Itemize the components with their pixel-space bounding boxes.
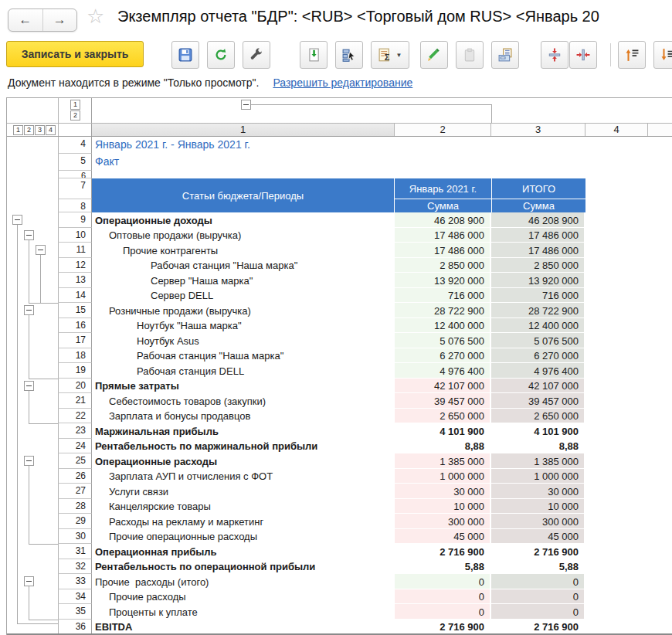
row-number-cell[interactable]: 5 xyxy=(58,154,92,171)
jan-value-cell[interactable]: 0 xyxy=(395,589,491,605)
budget-item-cell[interactable]: Ноутбук Asus xyxy=(92,333,395,348)
budget-item-cell[interactable]: Рабочая станция "Наша марка" xyxy=(92,348,395,364)
budget-item-cell[interactable]: Проценты к уплате xyxy=(92,604,395,620)
budget-item-cell[interactable]: Оптовые продажи (выручка) xyxy=(92,228,395,243)
january-header-cell[interactable]: Январь 2021 г. Сумма xyxy=(395,178,491,212)
budget-item-cell[interactable]: Прочие расходы xyxy=(92,589,395,605)
jan-value-cell[interactable]: 1 385 000 xyxy=(395,453,491,469)
budget-items-header-cell[interactable]: Статьи бюджета/Периоды xyxy=(92,178,395,212)
budget-item-cell[interactable]: Себестоимость товаров (закупки) xyxy=(92,393,395,409)
jan-value-cell[interactable]: 17 486 000 xyxy=(395,243,491,258)
jan-value-cell[interactable]: 6 270 000 xyxy=(395,348,491,364)
collapse-column-group-button[interactable] xyxy=(241,100,251,110)
collapse-columns-button[interactable] xyxy=(569,41,597,69)
row-number-cell[interactable]: 4 xyxy=(58,137,92,154)
row-number-cell[interactable]: 22 xyxy=(58,409,92,424)
total-value-cell[interactable]: 2 716 900 xyxy=(491,544,585,559)
collapse-group-button[interactable] xyxy=(12,215,22,225)
total-value-cell[interactable]: 716 000 xyxy=(491,288,585,304)
total-value-cell[interactable]: 17 486 000 xyxy=(491,243,585,258)
row-number-cell[interactable]: 28 xyxy=(58,499,92,514)
fill-from-source-button[interactable] xyxy=(300,41,328,69)
total-value-cell[interactable]: 17 486 000 xyxy=(491,228,585,243)
row-number-cell[interactable]: 24 xyxy=(58,439,92,454)
budget-item-cell[interactable]: Прочие расходы (итого) xyxy=(92,574,395,589)
total-value-cell[interactable]: 1 385 000 xyxy=(491,453,585,469)
budget-item-cell[interactable]: Рабочая станция DELL xyxy=(92,363,395,379)
row-number-cell[interactable]: 29 xyxy=(58,514,92,529)
report-period-text[interactable]: Январь 2021 г. - Январь 2021 г. xyxy=(95,138,250,151)
row-group-level-1-button[interactable]: 1 xyxy=(13,125,23,135)
jan-value-cell[interactable]: 28 722 900 xyxy=(395,303,491,318)
budget-item-cell[interactable]: Рентабельность по операционной прибыли xyxy=(92,559,395,575)
total-value-cell[interactable]: 8,88 xyxy=(491,439,585,454)
total-value-cell[interactable]: 0 xyxy=(491,604,585,620)
total-value-cell[interactable]: 5,88 xyxy=(491,559,585,575)
total-value-cell[interactable]: 10 000 xyxy=(491,499,585,514)
total-value-cell[interactable]: 2 650 000 xyxy=(491,409,585,424)
row-number-cell[interactable]: 21 xyxy=(58,393,92,409)
budget-item-cell[interactable]: Сервер "Наша марка" xyxy=(92,273,395,288)
save-button[interactable] xyxy=(171,41,199,69)
collapse-group-button[interactable] xyxy=(24,576,34,586)
budget-item-cell[interactable]: Операционная прибыль xyxy=(92,544,395,559)
row-number-cell[interactable]: 20 xyxy=(58,379,92,394)
total-value-cell[interactable]: 4 101 900 xyxy=(491,423,585,439)
budget-item-cell[interactable]: Прочие контрагенты xyxy=(92,243,395,258)
budget-item-cell[interactable]: Зарплата и бонусы продавцов xyxy=(92,409,395,424)
row-number-cell[interactable]: 11 xyxy=(58,243,92,258)
total-value-cell[interactable]: 28 722 900 xyxy=(491,303,585,318)
jan-value-cell[interactable]: 10 000 xyxy=(395,499,491,514)
budget-item-cell[interactable]: Прямые затраты xyxy=(92,379,395,394)
jan-value-cell[interactable]: 5,88 xyxy=(395,559,491,575)
refresh-button[interactable] xyxy=(207,41,235,69)
row-number-cell[interactable]: 15 xyxy=(58,303,92,318)
row-group-level-2-button[interactable]: 2 xyxy=(24,125,34,135)
collapse-group-button[interactable] xyxy=(24,381,34,391)
column-header-4[interactable]: 4 xyxy=(585,124,648,136)
total-value-cell[interactable]: 4 976 400 xyxy=(491,363,585,379)
budget-item-cell[interactable]: Операционные доходы xyxy=(92,212,395,228)
collapse-group-button[interactable] xyxy=(24,305,34,315)
row-number-cell[interactable]: 6 xyxy=(58,171,92,178)
back-button[interactable]: ← xyxy=(8,9,43,31)
column-header-1[interactable]: 1 xyxy=(92,124,395,136)
budget-item-cell[interactable]: Канцелярские товары xyxy=(92,499,395,514)
row-number-cell[interactable]: 27 xyxy=(58,484,92,499)
budget-item-cell[interactable]: Ноутбук "Наша марка" xyxy=(92,318,395,334)
favorite-star-icon[interactable]: ☆ xyxy=(87,5,104,29)
total-value-cell[interactable]: 6 270 000 xyxy=(491,348,585,364)
total-value-cell[interactable]: 46 208 900 xyxy=(491,212,585,228)
total-value-cell[interactable]: 0 xyxy=(491,589,585,605)
jan-value-cell[interactable]: 2 716 900 xyxy=(395,620,491,635)
budget-item-cell[interactable]: EBITDA xyxy=(92,620,395,635)
budget-item-cell[interactable]: Маржинальная прибыль xyxy=(92,423,395,439)
row-number-cell[interactable]: 32 xyxy=(58,559,92,575)
row-number-cell[interactable]: 25 xyxy=(58,453,92,469)
budget-item-cell[interactable]: Услуги связи xyxy=(92,484,395,499)
totals-button[interactable]: Σ ▼ xyxy=(371,41,409,69)
total-value-cell[interactable]: 42 107 000 xyxy=(491,379,585,394)
total-value-cell[interactable]: 5 076 500 xyxy=(491,333,585,348)
allow-editing-link[interactable]: Разрешить редактирование xyxy=(273,76,412,89)
budget-item-cell[interactable]: Сервер DELL xyxy=(92,288,395,304)
jan-value-cell[interactable]: 8,88 xyxy=(395,439,491,454)
move-up-button[interactable] xyxy=(618,41,646,69)
row-number-cell[interactable]: 33 xyxy=(58,574,92,589)
scenario-text[interactable]: Факт xyxy=(95,155,119,168)
total-value-cell[interactable]: 1 000 000 xyxy=(491,469,585,484)
jan-value-cell[interactable]: 0 xyxy=(395,574,491,589)
row-number-cell[interactable]: 36 xyxy=(58,620,92,635)
budget-item-cell[interactable]: Прочие операционные расходы xyxy=(92,529,395,545)
budget-item-cell[interactable]: Расходы на рекламу и маркетинг xyxy=(92,514,395,529)
jan-value-cell[interactable]: 39 457 000 xyxy=(395,393,491,409)
jan-value-cell[interactable]: 42 107 000 xyxy=(395,379,491,394)
budget-item-cell[interactable]: Рабочая станция "Наша марка" xyxy=(92,258,395,273)
total-value-cell[interactable]: 300 000 xyxy=(491,514,585,529)
pick-button[interactable] xyxy=(335,41,363,69)
collapse-group-button[interactable] xyxy=(36,245,46,255)
budget-item-cell[interactable]: Операционные расходы xyxy=(92,453,395,469)
jan-value-cell[interactable]: 2 850 000 xyxy=(395,258,491,273)
jan-value-cell[interactable]: 716 000 xyxy=(395,288,491,304)
row-number-cell[interactable]: 17 xyxy=(58,333,92,348)
